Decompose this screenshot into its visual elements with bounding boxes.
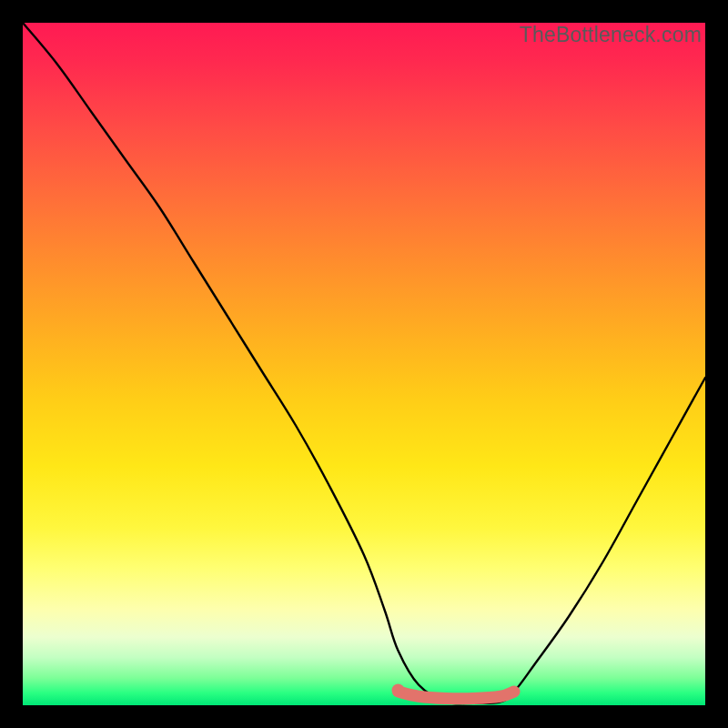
watermark-text: TheBottleneck.com: [520, 23, 702, 47]
chart-svg: [23, 23, 705, 705]
bottleneck-curve: [23, 23, 705, 703]
chart-frame: TheBottleneck.com: [23, 23, 705, 705]
highlight-band: [399, 692, 515, 699]
highlight-marker-dot: [392, 684, 405, 697]
